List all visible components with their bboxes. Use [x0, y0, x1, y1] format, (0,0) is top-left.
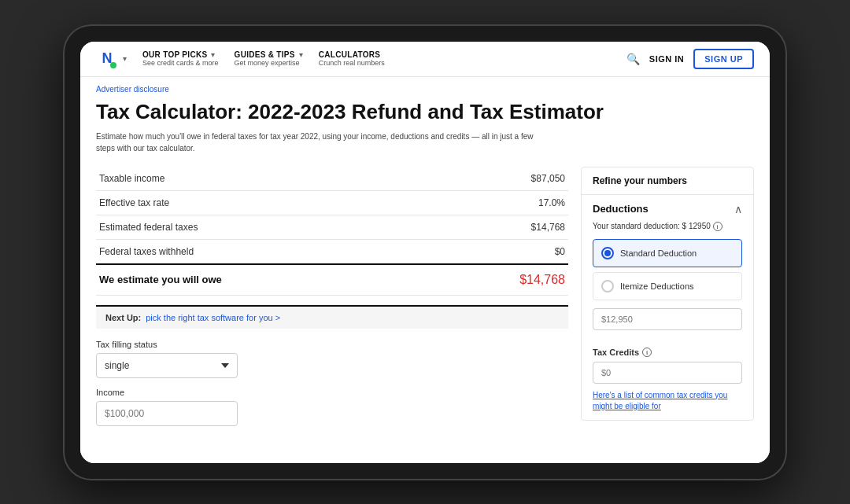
logo-icon: N [96, 48, 118, 70]
table-row: Taxable income $87,050 [96, 167, 568, 191]
filing-status-label: Tax filling status [96, 340, 568, 349]
filing-status-section: Tax filling status single married filing… [96, 340, 568, 378]
top-picks-sub: See credit cards & more [142, 59, 219, 67]
standard-radio-dot [604, 250, 611, 256]
next-up-label: Next Up: [105, 313, 141, 322]
collapse-icon[interactable]: ∧ [734, 203, 742, 215]
top-picks-arrow: ▾ [211, 50, 215, 59]
right-panel: Refine your numbers Deductions ∧ Your st… [581, 167, 754, 436]
nav-item-guides[interactable]: GUIDES & TIPS ▾ Get money expertise [235, 50, 303, 67]
advertiser-link[interactable]: Advertiser disclosure [96, 85, 754, 94]
row-value: 17.0% [433, 190, 568, 215]
top-picks-label: OUR TOP PICKS [142, 50, 207, 59]
deductions-section: Deductions ∧ Your standard deduction: $ … [582, 195, 753, 348]
results-table: Taxable income $87,050 Effective tax rat… [96, 167, 568, 296]
row-value: $14,768 [433, 215, 568, 239]
refine-header: Refine your numbers [582, 167, 753, 195]
income-section: Income [96, 388, 568, 426]
standard-deduction-label: Standard Deduction [620, 248, 697, 258]
nav-item-top-picks[interactable]: OUR TOP PICKS ▾ See credit cards & more [142, 50, 219, 67]
credits-eligibility-link[interactable]: Here's a list of common tax credits you … [593, 390, 742, 412]
search-button[interactable]: 🔍 [626, 53, 640, 65]
standard-radio-circle [601, 247, 614, 259]
income-input[interactable] [96, 401, 238, 426]
next-up-link[interactable]: pick the right tax software for you > [146, 313, 280, 322]
table-row: Effective tax rate 17.0% [96, 190, 568, 215]
signin-button[interactable]: SIGN IN [649, 54, 684, 64]
guides-arrow: ▾ [299, 50, 303, 59]
info-icon[interactable]: i [713, 222, 722, 231]
guides-sub: Get money expertise [235, 59, 303, 67]
row-value: $0 [433, 239, 568, 264]
next-up-bar: Next Up: pick the right tax software for… [96, 305, 568, 329]
signup-button[interactable]: SIGN UP [693, 49, 754, 69]
results-total-row: We estimate you will owe $14,768 [96, 264, 568, 296]
deduction-amount-input[interactable] [593, 308, 742, 330]
total-value: $14,768 [433, 264, 568, 296]
row-label: Estimated federal taxes [96, 215, 433, 239]
logo-dropdown-arrow: ▾ [123, 54, 127, 63]
tax-credits-input[interactable] [593, 362, 742, 384]
filing-status-select[interactable]: single married filing jointly married fi… [96, 353, 238, 378]
guides-label: GUIDES & TIPS [235, 50, 295, 59]
calculators-label: CALCULATORS [319, 50, 380, 59]
itemize-deduction-option[interactable]: Itemize Deductions [593, 272, 742, 300]
standard-deduction-label: Your standard deduction: $ 12950 i [593, 222, 742, 231]
row-label: Federal taxes withheld [96, 239, 433, 264]
calculators-sub: Crunch real numbers [319, 59, 385, 67]
row-value: $87,050 [433, 167, 568, 191]
tax-credits-label: Tax Credits [593, 348, 639, 357]
total-label: We estimate you will owe [96, 264, 433, 296]
deductions-header: Deductions ∧ [593, 203, 742, 215]
page-subtitle: Estimate how much you'll owe in federal … [96, 131, 552, 154]
row-label: Taxable income [96, 167, 433, 191]
table-row: Estimated federal taxes $14,768 [96, 215, 568, 239]
row-label: Effective tax rate [96, 190, 433, 215]
itemize-deduction-label: Itemize Deductions [620, 281, 694, 291]
tax-credits-section: Tax Credits i Here's a list of common ta… [582, 348, 753, 420]
logo[interactable]: N ▾ [96, 48, 127, 70]
navbar: N ▾ OUR TOP PICKS ▾ See credit cards & m… [80, 42, 770, 77]
standard-deduction-option[interactable]: Standard Deduction [593, 239, 742, 267]
main-content: Advertiser disclosure Tax Calculator: 20… [80, 77, 770, 463]
nav-actions: 🔍 SIGN IN SIGN UP [626, 49, 754, 69]
refine-box: Refine your numbers Deductions ∧ Your st… [581, 167, 754, 421]
page-title: Tax Calculator: 2022-2023 Refund and Tax… [96, 100, 754, 124]
income-label: Income [96, 388, 568, 397]
nav-item-calculators[interactable]: CALCULATORS Crunch real numbers [319, 50, 385, 67]
tax-credits-header: Tax Credits i [593, 348, 742, 357]
tax-credits-info-icon[interactable]: i [642, 348, 652, 357]
tablet-screen: N ▾ OUR TOP PICKS ▾ See credit cards & m… [80, 42, 770, 463]
calculator-layout: Taxable income $87,050 Effective tax rat… [96, 167, 754, 436]
deductions-title: Deductions [593, 203, 649, 215]
itemize-radio-circle [601, 280, 614, 292]
table-row: Federal taxes withheld $0 [96, 239, 568, 264]
left-panel: Taxable income $87,050 Effective tax rat… [96, 167, 568, 436]
tablet-frame: N ▾ OUR TOP PICKS ▾ See credit cards & m… [63, 24, 787, 480]
